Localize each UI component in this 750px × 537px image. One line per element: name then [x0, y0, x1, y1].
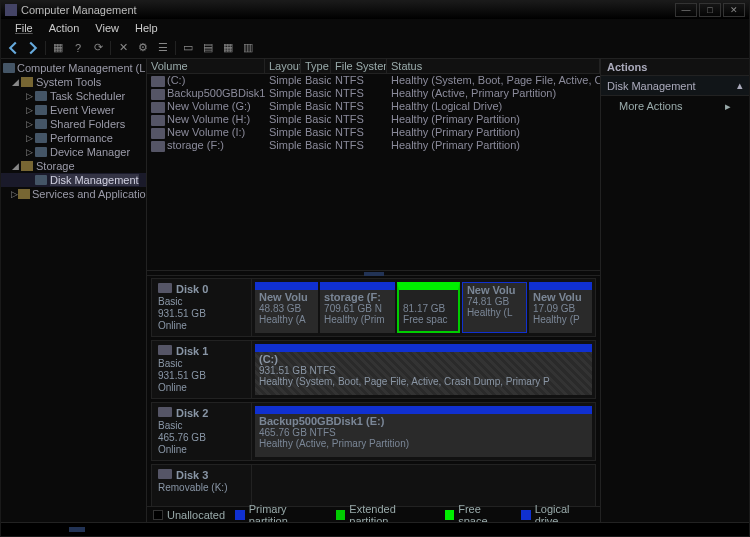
volume-row[interactable]: New Volume (I:)SimpleBasicNTFSHealthy (P…: [147, 126, 600, 139]
volume-icon: [151, 141, 165, 152]
app-icon: [5, 4, 17, 16]
volume-list[interactable]: (C:)SimpleBasicNTFSHealthy (System, Boot…: [147, 74, 600, 270]
minimize-button[interactable]: —: [675, 3, 697, 17]
tree-root[interactable]: Computer Management (Local): [1, 61, 146, 75]
volume-header-row: Volume Layout Type File System Status: [147, 59, 600, 74]
status-bar: [1, 522, 749, 536]
horizontal-splitter[interactable]: [147, 270, 600, 276]
col-layout[interactable]: Layout: [265, 59, 301, 73]
volume-row[interactable]: (C:)SimpleBasicNTFSHealthy (System, Boot…: [147, 74, 600, 87]
col-status[interactable]: Status: [387, 59, 600, 73]
partition[interactable]: New Volu17.09 GBHealthy (P: [529, 282, 592, 333]
actions-pane: Actions Disk Management ▴ More Actions ▸: [601, 59, 749, 522]
partition[interactable]: storage (F:709.61 GB NHealthy (Prim: [320, 282, 395, 333]
back-icon[interactable]: [5, 40, 21, 56]
volume-icon: [151, 76, 165, 87]
disk-info: Disk 1Basic931.51 GBOnline: [152, 341, 252, 398]
title-bar[interactable]: Computer Management — □ ✕: [1, 1, 749, 19]
main-pane: Volume Layout Type File System Status (C…: [147, 59, 601, 522]
volume-row[interactable]: storage (F:)SimpleBasicNTFSHealthy (Prim…: [147, 139, 600, 152]
disk-row[interactable]: Disk 2Basic465.76 GBOnlineBackup500GBDis…: [151, 402, 596, 461]
view4-icon[interactable]: ▥: [240, 40, 256, 56]
delete-icon[interactable]: ✕: [115, 40, 131, 56]
partition[interactable]: New Volu48.83 GBHealthy (A: [255, 282, 318, 333]
disk-info: Disk 0Basic931.51 GBOnline: [152, 279, 252, 336]
disk-partitions: New Volu48.83 GBHealthy (Astorage (F:709…: [252, 279, 595, 336]
chevron-up-icon: ▴: [737, 79, 743, 92]
volume-row[interactable]: Backup500GBDisk1 (E:)SimpleBasicNTFSHeal…: [147, 87, 600, 100]
menu-bar: File Action View Help: [1, 19, 749, 37]
menu-action[interactable]: Action: [41, 22, 88, 34]
partition[interactable]: Backup500GBDisk1 (E:)465.76 GB NTFSHealt…: [255, 406, 592, 457]
disk-partitions: [252, 465, 595, 506]
toolbar: ▦ ? ⟳ ✕ ⚙ ☰ ▭ ▤ ▦ ▥: [1, 37, 749, 59]
list-icon[interactable]: ☰: [155, 40, 171, 56]
actions-more[interactable]: More Actions ▸: [601, 96, 749, 117]
disk-partitions: Backup500GBDisk1 (E:)465.76 GB NTFSHealt…: [252, 403, 595, 460]
disk-info: Disk 2Basic465.76 GBOnline: [152, 403, 252, 460]
settings-icon[interactable]: ⚙: [135, 40, 151, 56]
volume-row[interactable]: New Volume (G:)SimpleBasicNTFSHealthy (L…: [147, 100, 600, 113]
forward-icon[interactable]: [25, 40, 41, 56]
computer-management-window: Computer Management — □ ✕ File Action Vi…: [0, 0, 750, 537]
legend-unallocated: Unallocated: [153, 509, 225, 521]
volume-icon: [151, 102, 165, 113]
disk-row[interactable]: Disk 1Basic931.51 GBOnline(C:)931.51 GB …: [151, 340, 596, 399]
tree-item[interactable]: ▷Event Viewer: [1, 103, 146, 117]
partition[interactable]: New Volu74.81 GBHealthy (L: [462, 282, 527, 333]
disk-partitions: (C:)931.51 GB NTFSHealthy (System, Boot,…: [252, 341, 595, 398]
menu-view[interactable]: View: [87, 22, 127, 34]
col-fs[interactable]: File System: [331, 59, 387, 73]
disk-icon: [158, 283, 172, 293]
disk-icon: [158, 407, 172, 417]
disk-row[interactable]: Disk 0Basic931.51 GBOnlineNew Volu48.83 …: [151, 278, 596, 337]
partition[interactable]: (C:)931.51 GB NTFSHealthy (System, Boot,…: [255, 344, 592, 395]
tree-item[interactable]: ▷Performance: [1, 131, 146, 145]
col-type[interactable]: Type: [301, 59, 331, 73]
view2-icon[interactable]: ▤: [200, 40, 216, 56]
disk-row[interactable]: Disk 3Removable (K:)No Media: [151, 464, 596, 506]
help-icon[interactable]: ?: [70, 40, 86, 56]
actions-header: Actions: [601, 59, 749, 76]
disk-icon: [158, 345, 172, 355]
col-volume[interactable]: Volume: [147, 59, 265, 73]
disk-icon: [158, 469, 172, 479]
maximize-button[interactable]: □: [699, 3, 721, 17]
graphical-disk-view[interactable]: Disk 0Basic931.51 GBOnlineNew Volu48.83 …: [147, 276, 600, 506]
tree-storage[interactable]: ◢Storage: [1, 159, 146, 173]
tree-item[interactable]: ▷Task Scheduler: [1, 89, 146, 103]
tree-disk-management[interactable]: Disk Management: [1, 173, 146, 187]
disk-info: Disk 3Removable (K:)No Media: [152, 465, 252, 506]
chevron-right-icon: ▸: [725, 100, 731, 113]
navigation-tree[interactable]: Computer Management (Local) ◢System Tool…: [1, 59, 147, 522]
refresh-icon[interactable]: ⟳: [90, 40, 106, 56]
tree-item[interactable]: ▷Shared Folders: [1, 117, 146, 131]
window-title: Computer Management: [21, 4, 137, 16]
tree-system-tools[interactable]: ◢System Tools: [1, 75, 146, 89]
volume-row[interactable]: New Volume (H:)SimpleBasicNTFSHealthy (P…: [147, 113, 600, 126]
volume-icon: [151, 89, 165, 100]
actions-section[interactable]: Disk Management ▴: [601, 76, 749, 96]
tree-item[interactable]: ▷Device Manager: [1, 145, 146, 159]
legend: Unallocated Primary partition Extended p…: [147, 506, 600, 522]
close-button[interactable]: ✕: [723, 3, 745, 17]
menu-help[interactable]: Help: [127, 22, 166, 34]
menu-file[interactable]: File: [7, 22, 41, 34]
tree-services-apps[interactable]: ▷Services and Applications: [1, 187, 146, 201]
partition[interactable]: 81.17 GBFree spac: [397, 282, 460, 333]
view1-icon[interactable]: ▭: [180, 40, 196, 56]
view3-icon[interactable]: ▦: [220, 40, 236, 56]
volume-icon: [151, 128, 165, 139]
properties-icon[interactable]: ▦: [50, 40, 66, 56]
volume-icon: [151, 115, 165, 126]
